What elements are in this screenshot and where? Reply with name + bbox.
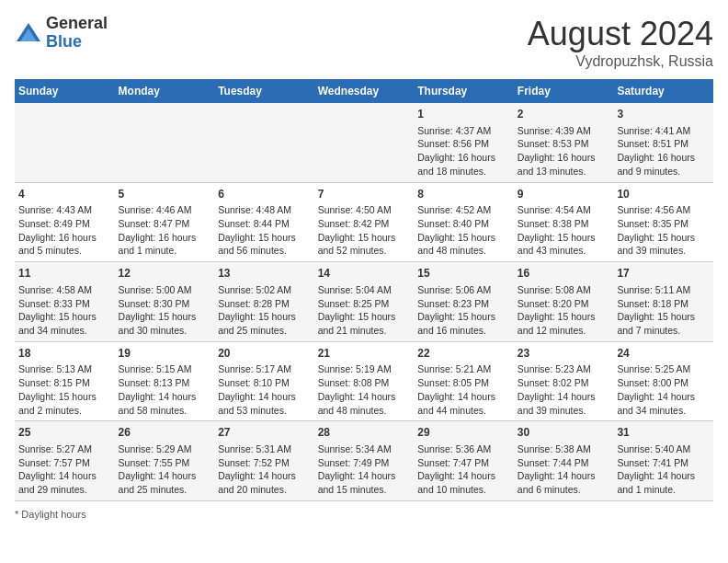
day-info: Sunrise: 5:06 AM Sunset: 8:23 PM Dayligh… [417,283,510,338]
day-info: Sunrise: 4:56 AM Sunset: 8:35 PM Dayligh… [617,203,710,258]
day-number: 28 [318,425,411,441]
page-header: General Blue August 2024 Vydropuzhsk, Ru… [15,15,713,70]
calendar-cell: 25Sunrise: 5:27 AM Sunset: 7:57 PM Dayli… [15,421,115,501]
day-info: Sunrise: 4:50 AM Sunset: 8:42 PM Dayligh… [318,203,411,258]
calendar-cell: 3Sunrise: 4:41 AM Sunset: 8:51 PM Daylig… [613,103,713,182]
calendar-cell: 7Sunrise: 4:50 AM Sunset: 8:42 PM Daylig… [314,182,415,262]
calendar-cell: 18Sunrise: 5:13 AM Sunset: 8:15 PM Dayli… [15,341,115,421]
calendar-cell: 19Sunrise: 5:15 AM Sunset: 8:13 PM Dayli… [115,341,215,421]
day-number: 1 [417,107,510,122]
day-info: Sunrise: 5:19 AM Sunset: 8:08 PM Dayligh… [318,362,411,417]
day-number: 6 [218,187,311,202]
day-info: Sunrise: 4:37 AM Sunset: 8:56 PM Dayligh… [417,124,510,178]
day-number: 25 [18,425,111,441]
day-number: 19 [119,346,211,362]
calendar-cell: 20Sunrise: 5:17 AM Sunset: 8:10 PM Dayli… [214,341,314,421]
day-number: 11 [18,266,111,282]
calendar-cell [15,103,115,182]
day-number: 10 [617,187,710,202]
calendar-cell: 17Sunrise: 5:11 AM Sunset: 8:18 PM Dayli… [613,262,713,342]
calendar-cell: 10Sunrise: 4:56 AM Sunset: 8:35 PM Dayli… [613,182,713,262]
day-number: 16 [518,266,610,282]
day-info: Sunrise: 4:39 AM Sunset: 8:53 PM Dayligh… [518,124,610,178]
calendar-cell: 12Sunrise: 5:00 AM Sunset: 8:30 PM Dayli… [115,262,215,342]
day-info: Sunrise: 4:48 AM Sunset: 8:44 PM Dayligh… [218,203,311,258]
main-title: August 2024 [528,15,713,53]
day-number: 12 [119,266,211,282]
calendar-cell: 22Sunrise: 5:21 AM Sunset: 8:05 PM Dayli… [414,341,514,421]
calendar-cell: 23Sunrise: 5:23 AM Sunset: 8:02 PM Dayli… [514,341,614,421]
day-number: 5 [119,187,211,202]
sub-title: Vydropuzhsk, Russia [528,53,713,70]
calendar-cell: 15Sunrise: 5:06 AM Sunset: 8:23 PM Dayli… [414,262,514,342]
calendar-cell: 27Sunrise: 5:31 AM Sunset: 7:52 PM Dayli… [214,421,314,501]
day-info: Sunrise: 5:36 AM Sunset: 7:47 PM Dayligh… [417,442,510,497]
day-number: 20 [218,346,311,362]
calendar-week-row: 25Sunrise: 5:27 AM Sunset: 7:57 PM Dayli… [15,421,713,501]
day-number: 27 [218,425,311,441]
day-number: 13 [218,266,311,282]
calendar-week-row: 11Sunrise: 4:58 AM Sunset: 8:33 PM Dayli… [15,262,713,342]
day-of-week-header: Monday [115,79,215,103]
calendar-week-row: 18Sunrise: 5:13 AM Sunset: 8:15 PM Dayli… [15,341,713,421]
day-info: Sunrise: 5:23 AM Sunset: 8:02 PM Dayligh… [518,362,610,417]
day-number: 9 [518,187,610,202]
day-number: 30 [518,425,610,441]
day-number: 14 [318,266,411,282]
day-number: 4 [18,187,111,202]
day-number: 31 [617,425,710,441]
day-info: Sunrise: 4:43 AM Sunset: 8:49 PM Dayligh… [18,203,111,258]
calendar-cell: 4Sunrise: 4:43 AM Sunset: 8:49 PM Daylig… [15,182,115,262]
calendar-cell [115,103,215,182]
calendar-cell: 14Sunrise: 5:04 AM Sunset: 8:25 PM Dayli… [314,262,415,342]
calendar-cell: 21Sunrise: 5:19 AM Sunset: 8:08 PM Dayli… [314,341,415,421]
calendar-table: SundayMondayTuesdayWednesdayThursdayFrid… [15,79,713,501]
day-number: 22 [417,346,510,362]
day-number: 21 [318,346,411,362]
day-info: Sunrise: 5:27 AM Sunset: 7:57 PM Dayligh… [18,442,111,497]
calendar-cell [314,103,415,182]
day-number: 7 [318,187,411,202]
day-info: Sunrise: 5:13 AM Sunset: 8:15 PM Dayligh… [18,362,111,417]
day-info: Sunrise: 5:21 AM Sunset: 8:05 PM Dayligh… [417,362,510,417]
calendar-cell [214,103,314,182]
calendar-cell: 9Sunrise: 4:54 AM Sunset: 8:38 PM Daylig… [514,182,614,262]
day-number: 23 [518,346,610,362]
calendar-cell: 30Sunrise: 5:38 AM Sunset: 7:44 PM Dayli… [514,421,614,501]
logo-blue-text: Blue [46,33,108,52]
calendar-body: 1Sunrise: 4:37 AM Sunset: 8:56 PM Daylig… [15,103,713,500]
day-info: Sunrise: 4:52 AM Sunset: 8:40 PM Dayligh… [417,203,510,258]
calendar-cell: 29Sunrise: 5:36 AM Sunset: 7:47 PM Dayli… [414,421,514,501]
calendar-cell: 31Sunrise: 5:40 AM Sunset: 7:41 PM Dayli… [613,421,713,501]
day-number: 17 [617,266,710,282]
day-info: Sunrise: 5:15 AM Sunset: 8:13 PM Dayligh… [119,362,211,417]
day-number: 26 [119,425,211,441]
calendar-cell: 5Sunrise: 4:46 AM Sunset: 8:47 PM Daylig… [115,182,215,262]
day-info: Sunrise: 4:41 AM Sunset: 8:51 PM Dayligh… [617,124,710,178]
day-info: Sunrise: 5:40 AM Sunset: 7:41 PM Dayligh… [617,442,710,497]
day-number: 18 [18,346,111,362]
day-info: Sunrise: 5:11 AM Sunset: 8:18 PM Dayligh… [617,283,710,338]
calendar-week-row: 1Sunrise: 4:37 AM Sunset: 8:56 PM Daylig… [15,103,713,182]
calendar-cell: 16Sunrise: 5:08 AM Sunset: 8:20 PM Dayli… [514,262,614,342]
day-info: Sunrise: 4:46 AM Sunset: 8:47 PM Dayligh… [119,203,211,258]
logo: General Blue [15,15,108,52]
day-number: 15 [417,266,510,282]
day-number: 29 [417,425,510,441]
day-info: Sunrise: 5:02 AM Sunset: 8:28 PM Dayligh… [218,283,311,338]
calendar-cell: 28Sunrise: 5:34 AM Sunset: 7:49 PM Dayli… [314,421,415,501]
day-info: Sunrise: 5:08 AM Sunset: 8:20 PM Dayligh… [518,283,610,338]
calendar-cell: 26Sunrise: 5:29 AM Sunset: 7:55 PM Dayli… [115,421,215,501]
logo-icon [15,19,42,47]
header-row: SundayMondayTuesdayWednesdayThursdayFrid… [15,79,713,103]
footer-note: * Daylight hours [15,509,713,520]
day-info: Sunrise: 5:34 AM Sunset: 7:49 PM Dayligh… [318,442,411,497]
day-info: Sunrise: 5:04 AM Sunset: 8:25 PM Dayligh… [318,283,411,338]
day-of-week-header: Thursday [414,79,514,103]
calendar-cell: 2Sunrise: 4:39 AM Sunset: 8:53 PM Daylig… [514,103,614,182]
day-info: Sunrise: 4:54 AM Sunset: 8:38 PM Dayligh… [518,203,610,258]
day-info: Sunrise: 5:29 AM Sunset: 7:55 PM Dayligh… [119,442,211,497]
title-block: August 2024 Vydropuzhsk, Russia [528,15,713,70]
day-of-week-header: Wednesday [314,79,415,103]
calendar-cell: 8Sunrise: 4:52 AM Sunset: 8:40 PM Daylig… [414,182,514,262]
